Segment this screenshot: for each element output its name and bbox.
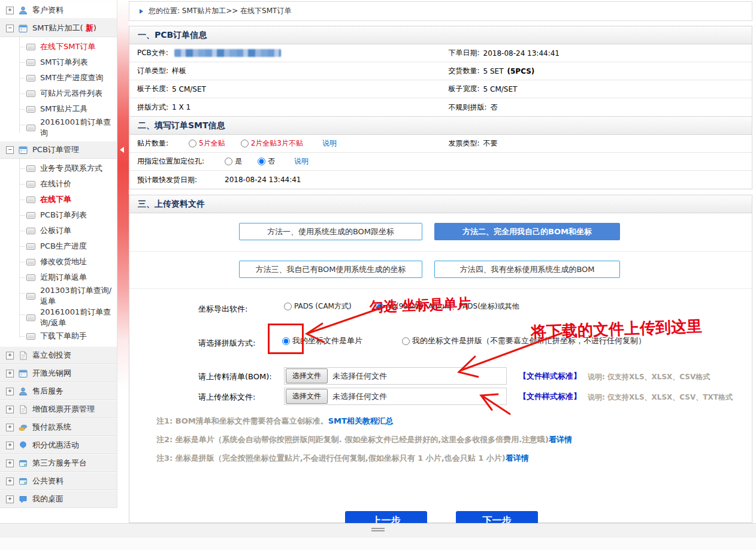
radio-label: PADS (CAM方式) — [294, 301, 352, 312]
smt-order-info-panel: 二、填写订单SMT信息 贴片数量: 5片全贴2片全贴3片不贴 说明 发票类型: … — [129, 116, 752, 189]
divider — [129, 288, 752, 289]
window-icon — [19, 477, 28, 486]
collapse-icon[interactable]: − — [6, 146, 14, 154]
expand-icon[interactable]: + — [6, 442, 14, 449]
order-date-value: 2018-08-24 13:44:41 — [483, 49, 560, 58]
sidebar-group-label: 公共资料 — [32, 476, 63, 486]
bom-file-input[interactable]: 选择文件 未选择任何文件 — [284, 367, 507, 385]
leaf-icon — [26, 165, 35, 172]
method-1-button[interactable]: 方法一、使用系统生成的BOM跟坐标 — [239, 223, 422, 240]
expand-icon[interactable]: + — [6, 406, 14, 413]
leaf-icon — [26, 181, 35, 188]
sidebar-item[interactable]: 修改收货地址 — [0, 254, 117, 270]
sidebar-item[interactable]: PCB生产进度 — [0, 238, 117, 254]
bom-file-standard-link[interactable]: 【文件样式标准】 — [519, 371, 581, 382]
radio-hole-0[interactable] — [225, 158, 232, 165]
pcb-order-info-panel: 一、PCB订单信息 PCB文件: 下单日期: 2018-08-24 13:44:… — [129, 26, 752, 117]
sidebar-item[interactable]: 在线下SMT订单 — [0, 39, 117, 55]
radio-option[interactable]: 2片全贴3片不贴 — [241, 138, 303, 149]
leaf-icon — [26, 333, 35, 340]
sidebar-item[interactable]: 20161001前订单查询 — [0, 117, 117, 138]
radio-qty-0[interactable] — [189, 140, 196, 147]
sidebar-group-item[interactable]: +第三方服务平台 — [0, 454, 117, 472]
sidebar-item[interactable]: PCB订单列表 — [0, 207, 117, 223]
board-width-label: 板子宽度: — [449, 84, 480, 94]
coord-file-standard-link[interactable]: 【文件样式标准】 — [519, 391, 581, 402]
sidebar-item[interactable]: 业务专员联系方式 — [0, 161, 117, 176]
sidebar-collapse-strip[interactable] — [117, 0, 129, 550]
expand-icon[interactable]: + — [6, 424, 14, 431]
radio-qty-1[interactable] — [241, 140, 249, 147]
sidebar-item[interactable]: 在线计价 — [0, 176, 117, 192]
radio-option[interactable]: 是 — [225, 156, 242, 167]
radio-option[interactable]: PADS (CAM方式) — [284, 301, 352, 312]
sidebar-item[interactable]: SMT生产进度查询 — [0, 70, 117, 86]
method-2-button[interactable]: 方法二、完全用我自己的BOM和坐标 — [434, 223, 620, 240]
expand-icon[interactable]: + — [6, 495, 14, 503]
irregular-label: 不规则拼版: — [449, 102, 487, 113]
radio-option[interactable]: 否 — [258, 156, 275, 167]
method-3-button[interactable]: 方法三、我自已有BOM使用系统生成的坐标 — [239, 261, 422, 278]
sidebar-item[interactable]: 可贴片元器件列表 — [0, 86, 117, 101]
patch-qty-explain-link[interactable]: 说明 — [322, 138, 337, 149]
sidebar-item-label: 20161001前订单查询 — [40, 117, 114, 138]
sidebar-item[interactable]: 20161001前订单查询/返单 — [0, 307, 117, 328]
sidebar-group-item[interactable]: +公共资料 — [0, 472, 117, 490]
locating-hole-explain-link[interactable]: 说明 — [294, 156, 309, 167]
sidebar-item-label: 近期订单返单 — [40, 272, 87, 283]
collapse-arrow-icon — [120, 147, 124, 153]
sidebar-group-label: 增值税票开票管理 — [32, 404, 95, 415]
doc-icon — [19, 405, 28, 414]
sidebar-group-item[interactable]: +增值税票开票管理 — [0, 400, 117, 418]
leaf-icon — [26, 315, 35, 321]
sidebar-group-item[interactable]: +开激光钢网 — [0, 364, 117, 382]
expand-icon[interactable]: + — [6, 7, 14, 14]
sidebar-item[interactable]: 下载下单助手 — [0, 328, 117, 344]
sidebar-group-item[interactable]: −SMT贴片加工( 新) — [0, 19, 117, 37]
info-row: 贴片数量: 5片全贴2片全贴3片不贴 说明 发票类型: 不要 — [129, 135, 752, 153]
sidebar-group-item[interactable]: +我的桌面 — [0, 490, 117, 508]
sidebar-item[interactable]: 近期订单返单 — [0, 270, 117, 285]
sidebar-item[interactable]: SMT贴片工具 — [0, 101, 117, 117]
expand-icon[interactable]: + — [6, 388, 14, 395]
sidebar-group-item[interactable]: +积分优惠活动 — [0, 436, 117, 454]
radio-hole-1[interactable] — [258, 158, 265, 165]
coord-choose-file-button[interactable]: 选择文件 — [286, 389, 328, 404]
note-text: 注1: BOM清单和坐标文件需要符合嘉立创标准。 — [156, 416, 328, 425]
sidebar-group-item[interactable]: +嘉立创投资 — [0, 346, 117, 364]
collapse-icon[interactable]: − — [6, 25, 14, 32]
bom-upload-label: 请上传料清单(BOM): — [198, 371, 272, 382]
order-type-value: 样板 — [172, 66, 186, 76]
radio-option[interactable]: 5片全贴 — [189, 138, 225, 149]
sidebar-item[interactable]: 在线下单 — [0, 192, 117, 207]
see-details-link[interactable]: 看详情 — [549, 435, 572, 444]
expand-icon[interactable]: + — [6, 460, 14, 467]
radio-panelmode-1[interactable] — [402, 337, 410, 345]
annotation-check-single: 勾选 坐标是单片 — [370, 294, 471, 316]
sidebar-item[interactable]: 公板订单 — [0, 223, 117, 238]
see-details-link[interactable]: 看详情 — [506, 454, 529, 463]
sidebar-group-item[interactable]: −PCB订单管理 — [0, 141, 117, 159]
expand-icon[interactable]: + — [6, 370, 14, 377]
locating-hole-label: 用指定位置加定位孔: — [137, 156, 204, 167]
expand-icon[interactable]: + — [6, 478, 14, 485]
sidebar-group-item[interactable]: +预付款系统 — [0, 418, 117, 436]
sidebar-item[interactable]: 201303前订单查询/返单 — [0, 285, 117, 307]
leaf-icon — [26, 293, 35, 300]
resize-handle-icon[interactable] — [371, 528, 385, 533]
leaf-icon — [26, 259, 35, 265]
sidebar-group-item[interactable]: +客户资料 — [0, 1, 117, 19]
bom-choose-file-button[interactable]: 选择文件 — [286, 368, 328, 383]
coord-file-input[interactable]: 选择文件 未选择任何文件 — [284, 388, 507, 405]
see-details-link[interactable]: SMT相关教程汇总 — [328, 416, 394, 425]
ship-date-label: 预计最快发货日期: — [137, 175, 197, 185]
method-4-button[interactable]: 方法四、我有坐标使用系统生成的BOM — [434, 261, 620, 278]
radio-coordsw-0[interactable] — [284, 303, 292, 310]
section3-title: 三、上传资料文件 — [129, 195, 752, 213]
sidebar-group-item[interactable]: +售后服务 — [0, 382, 117, 400]
sidebar-item-label: 公板订单 — [40, 225, 71, 236]
sidebar-item[interactable]: SMT订单列表 — [0, 55, 117, 70]
qty-value-pcs: (5PCS) — [507, 67, 535, 75]
expand-icon[interactable]: + — [6, 352, 14, 359]
sidebar-group-label: 开激光钢网 — [32, 368, 71, 379]
